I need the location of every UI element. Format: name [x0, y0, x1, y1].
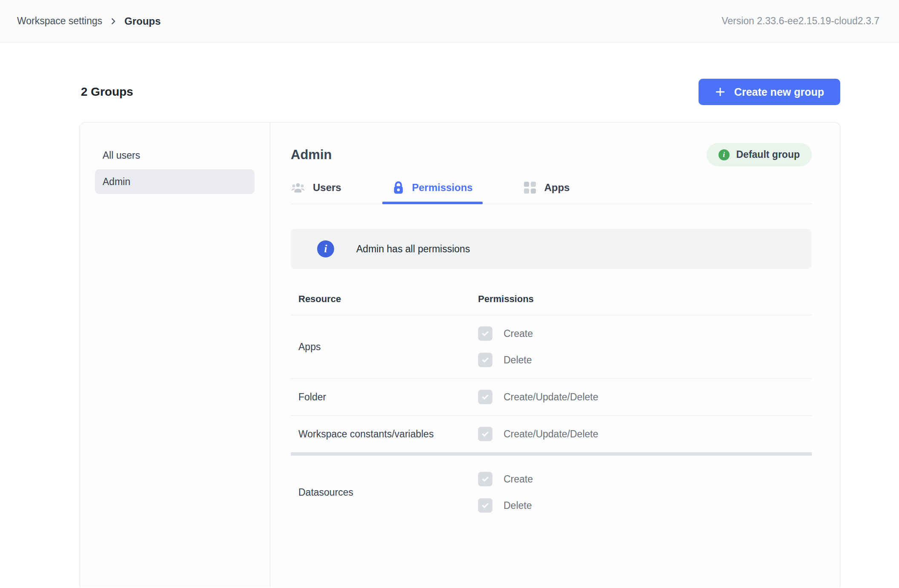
group-list-item-all-users[interactable]: All users [95, 143, 255, 168]
version-label: Version 2.33.6-ee2.15.19-cloud2.3.7 [721, 15, 879, 27]
default-group-badge: i Default group [707, 143, 812, 166]
permission-option: Delete [478, 353, 812, 367]
permissions-info-banner: i Admin has all permissions [291, 229, 812, 269]
table-row-datasources: Datasources Create Delete [291, 456, 812, 525]
lock-icon [392, 181, 404, 194]
group-list: All users Admin [80, 123, 270, 588]
group-detail-header: Admin i Default group [291, 143, 812, 166]
info-icon: i [317, 240, 334, 257]
group-list-item-admin[interactable]: Admin [95, 169, 255, 194]
tab-permissions[interactable]: Permissions [382, 181, 483, 204]
permissions-info-text: Admin has all permissions [356, 243, 470, 255]
permission-checkbox[interactable] [478, 353, 492, 367]
create-new-group-button[interactable]: Create new group [699, 79, 840, 105]
permissions-cell: Create Delete [478, 326, 812, 367]
permission-label: Create [504, 474, 533, 485]
permission-option: Delete [478, 498, 812, 513]
permissions-table-header: Resource Permissions [291, 292, 812, 315]
permission-option: Create [478, 472, 812, 486]
permissions-cell: Create Delete [478, 472, 812, 513]
breadcrumb-workspace-settings[interactable]: Workspace settings [17, 15, 102, 27]
resource-label: Datasources [291, 487, 478, 498]
permissions-cell: Create/Update/Delete [478, 427, 812, 441]
table-row-workspace-constants: Workspace constants/variables Create/Upd… [291, 416, 812, 452]
info-icon: i [719, 149, 730, 160]
permission-option: Create/Update/Delete [478, 427, 812, 441]
permission-label: Delete [504, 500, 532, 511]
resource-label: Apps [291, 341, 478, 353]
breadcrumb: Workspace settings Groups [17, 15, 161, 27]
permission-checkbox[interactable] [478, 390, 492, 404]
plus-icon [715, 86, 726, 97]
create-new-group-label: Create new group [734, 86, 824, 98]
permissions-cell: Create/Update/Delete [478, 390, 812, 404]
permission-checkbox[interactable] [478, 326, 492, 341]
group-list-item-label: All users [103, 150, 140, 161]
group-title: Admin [291, 147, 332, 163]
permission-option: Create [478, 326, 812, 341]
permission-label: Delete [504, 354, 532, 366]
groups-toolbar: 2 Groups Create new group [80, 79, 840, 105]
tab-apps[interactable]: Apps [513, 181, 580, 204]
permission-label: Create/Update/Delete [504, 391, 598, 403]
tab-users[interactable]: Users [291, 181, 352, 204]
permissions-table: Resource Permissions Apps Create [291, 292, 812, 525]
groups-count: 2 Groups [81, 85, 133, 99]
permission-checkbox[interactable] [478, 427, 492, 441]
permission-option: Create/Update/Delete [478, 390, 812, 404]
column-permissions: Permissions [478, 294, 812, 305]
table-row-folder: Folder Create/Update/Delete [291, 379, 812, 416]
app-header: Workspace settings Groups Version 2.33.6… [0, 0, 899, 43]
permission-checkbox[interactable] [478, 472, 492, 486]
default-group-badge-label: Default group [736, 149, 800, 160]
page-content: 2 Groups Create new group All users Admi… [0, 79, 899, 588]
users-icon [291, 182, 305, 194]
resource-label: Workspace constants/variables [291, 428, 478, 440]
group-detail: Admin i Default group [270, 123, 840, 588]
group-list-item-label: Admin [103, 176, 130, 188]
permission-checkbox[interactable] [478, 498, 492, 513]
group-tabs: Users Permissions [291, 181, 812, 204]
table-row-apps: Apps Create Delete [291, 315, 812, 379]
resource-label: Folder [291, 391, 478, 403]
chevron-right-icon [109, 17, 117, 26]
column-resource: Resource [291, 294, 478, 305]
tab-users-label: Users [313, 182, 341, 194]
breadcrumb-current-groups: Groups [124, 15, 160, 27]
permission-label: Create/Update/Delete [504, 428, 598, 440]
tab-apps-label: Apps [544, 182, 570, 194]
grid-icon [524, 181, 536, 194]
tab-permissions-label: Permissions [412, 182, 473, 194]
permission-label: Create [504, 328, 533, 340]
groups-card: All users Admin Admin i Default group [80, 122, 840, 588]
section-divider [291, 452, 812, 456]
